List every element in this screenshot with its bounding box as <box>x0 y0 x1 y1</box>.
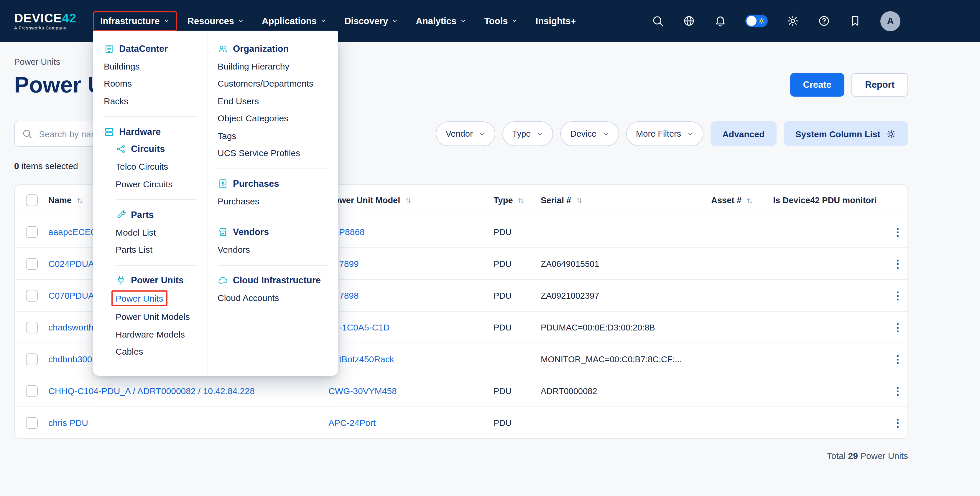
logo-device: DEVICE <box>14 11 62 24</box>
model-link[interactable]: -1C0A5-C1D <box>339 322 390 332</box>
row-menu-button[interactable]: ⋮ <box>888 321 907 334</box>
model-link[interactable]: CWG-30VYM458 <box>328 386 397 396</box>
notifications-bell-icon[interactable] <box>714 15 727 27</box>
menu-tools[interactable]: Tools <box>477 11 525 31</box>
dropdown-model-list[interactable]: Model List <box>116 223 208 241</box>
row-checkbox-cell <box>15 226 48 238</box>
column-header-power-unit-model[interactable]: Power Unit Model <box>328 196 493 205</box>
chevron-down-icon <box>391 17 398 24</box>
filter-more-filters[interactable]: More Filters <box>626 121 703 146</box>
column-header-serial[interactable]: Serial # <box>541 196 711 205</box>
dropdown-parts-list[interactable]: Parts List <box>116 241 208 258</box>
column-label: Type <box>493 196 513 205</box>
power-unit-link[interactable]: chadsworth <box>48 322 94 332</box>
dropdown-power-circuits[interactable]: Power Circuits <box>116 175 208 193</box>
dropdown-hardware-models[interactable]: Hardware Models <box>116 325 208 343</box>
row-menu-button[interactable]: ⋮ <box>888 289 907 302</box>
menu-analytics[interactable]: Analytics <box>409 11 474 31</box>
select-all-checkbox[interactable] <box>25 194 37 206</box>
power-unit-link[interactable]: CHHQ-C104-PDU_A / ADRT0000082 / 10.42.84… <box>48 386 255 396</box>
dropdown-divider <box>218 168 327 169</box>
system-column-list-button[interactable]: System Column List <box>784 121 908 146</box>
filter-vendor[interactable]: Vendor <box>436 121 495 146</box>
row-menu-button[interactable]: ⋮ <box>888 353 907 366</box>
cell-type: PDU <box>493 259 541 268</box>
search-icon[interactable] <box>652 15 664 27</box>
power-unit-link[interactable]: chdbnb300 <box>48 354 92 364</box>
model-link[interactable]: P8868 <box>339 227 365 237</box>
chevron-down-icon <box>479 130 485 137</box>
device42-app: DEVICE42 A Freshworks Company Infrastruc… <box>0 0 980 496</box>
total-number: 29 <box>848 451 858 461</box>
dropdown-rooms[interactable]: Rooms <box>104 75 208 92</box>
help-icon[interactable] <box>818 15 830 27</box>
dropdown-telco-circuits[interactable]: Telco Circuits <box>116 158 208 175</box>
dropdown-purchases[interactable]: Purchases <box>218 193 338 210</box>
search-glyph <box>652 15 664 27</box>
column-header-type[interactable]: Type <box>493 196 541 205</box>
row-menu-button[interactable]: ⋮ <box>888 384 907 397</box>
model-link[interactable]: APC-24Port <box>328 418 375 428</box>
device42-logo[interactable]: DEVICE42 A Freshworks Company <box>14 11 83 30</box>
row-checkbox[interactable] <box>25 353 37 365</box>
menu-insights[interactable]: Insights+ <box>529 11 583 31</box>
dropdown-label: UCS Service Profiles <box>218 148 300 158</box>
menu-resources[interactable]: Resources <box>180 11 251 31</box>
model-link[interactable]: 7899 <box>339 258 359 269</box>
sort-icon <box>517 196 525 204</box>
dropdown-cables[interactable]: Cables <box>116 343 208 360</box>
language-globe-icon[interactable] <box>683 15 695 27</box>
menu-applications[interactable]: Applications <box>255 11 334 31</box>
power-unit-link[interactable]: C024PDUA <box>48 258 94 269</box>
dropdown-label: Parts <box>131 210 154 220</box>
dropdown-label: Tags <box>218 131 236 141</box>
filter-type[interactable]: Type <box>503 121 554 146</box>
filter-device[interactable]: Device <box>560 121 619 146</box>
theme-toggle[interactable] <box>745 15 768 27</box>
power-unit-link[interactable]: aaapcECE0 <box>48 227 95 237</box>
filter-label: Type <box>512 129 531 138</box>
row-checkbox[interactable] <box>25 385 37 397</box>
dropdown-power-unit-models[interactable]: Power Unit Models <box>116 308 208 325</box>
power-unit-link[interactable]: chris PDU <box>48 418 88 428</box>
dropdown-divider <box>116 265 197 265</box>
dropdown-object-categories[interactable]: Object Categories <box>218 109 338 127</box>
dropdown-cloud-accounts[interactable]: Cloud Accounts <box>218 289 338 307</box>
dropdown-customers-departments[interactable]: Customers/Departments <box>218 75 338 92</box>
row-checkbox-cell <box>15 385 48 397</box>
dropdown-power-units[interactable]: Power Units <box>111 290 167 306</box>
filter-label: Vendor <box>446 129 473 138</box>
row-checkbox[interactable] <box>25 417 37 429</box>
column-header-asset[interactable]: Asset # <box>711 196 773 205</box>
row-menu-button[interactable]: ⋮ <box>888 416 907 429</box>
report-button[interactable]: Report <box>851 73 908 97</box>
bookmark-icon[interactable] <box>849 15 861 27</box>
dropdown-buildings[interactable]: Buildings <box>104 57 208 75</box>
create-button[interactable]: Create <box>790 73 845 97</box>
dropdown-tags[interactable]: Tags <box>218 127 338 144</box>
row-checkbox[interactable] <box>25 321 37 333</box>
dropdown-building-hierarchy[interactable]: Building Hierarchy <box>218 57 338 75</box>
avatar[interactable]: A <box>880 11 900 31</box>
dropdown-vendors[interactable]: Vendors <box>218 241 338 258</box>
row-menu-button[interactable]: ⋮ <box>888 257 907 270</box>
power-unit-link[interactable]: C070PDUA <box>48 290 94 300</box>
dropdown-racks[interactable]: Racks <box>104 92 208 109</box>
row-checkbox[interactable] <box>25 258 37 269</box>
search-icon <box>22 128 32 139</box>
settings-gear-icon[interactable] <box>787 15 799 27</box>
dropdown-ucs-service-profiles[interactable]: UCS Service Profiles <box>218 144 338 162</box>
model-link[interactable]: 7898 <box>339 290 359 300</box>
row-menu-button[interactable]: ⋮ <box>888 225 907 238</box>
menu-discovery[interactable]: Discovery <box>337 11 405 31</box>
logo-text: DEVICE42 <box>14 11 83 24</box>
dropdown-end-users[interactable]: End Users <box>218 92 338 109</box>
model-link[interactable]: tBotz450Rack <box>339 354 394 364</box>
cell-model: P8868 <box>328 227 493 237</box>
dropdown-label: Rooms <box>104 79 132 89</box>
row-checkbox[interactable] <box>25 226 37 238</box>
row-checkbox[interactable] <box>25 290 37 301</box>
advanced-button[interactable]: Advanced <box>711 121 776 146</box>
help-glyph <box>818 15 830 27</box>
menu-infrastructure[interactable]: Infrastructure <box>93 11 177 31</box>
